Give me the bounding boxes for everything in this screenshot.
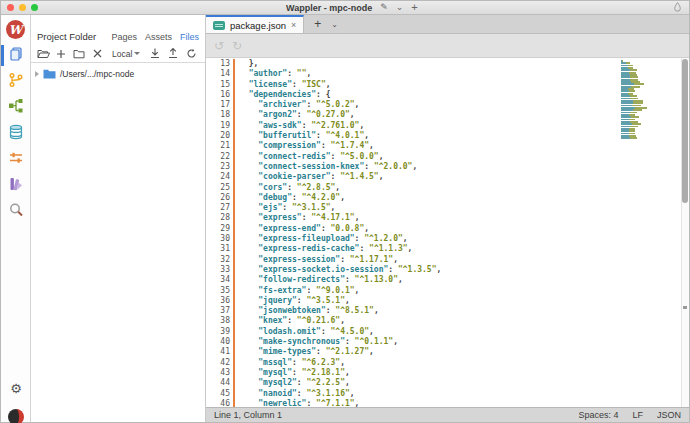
vertical-scrollbar[interactable] bbox=[681, 58, 689, 407]
language-mode[interactable]: JSON bbox=[657, 410, 681, 420]
code-line: 25 "cors": "^2.8.5", bbox=[206, 183, 681, 193]
close-window-button[interactable] bbox=[7, 4, 14, 11]
tree-item-label: /Users/.../mpc-node bbox=[60, 69, 134, 79]
download-icon[interactable] bbox=[148, 47, 162, 61]
traffic-lights bbox=[7, 4, 38, 11]
code-line: 23 "connect-session-knex": "^2.0.0", bbox=[206, 162, 681, 172]
sidebar-item-workflows[interactable] bbox=[1, 95, 31, 120]
cursor-position: Line 1, Column 1 bbox=[214, 410, 282, 420]
sidebar-item-pages[interactable] bbox=[1, 43, 31, 68]
pages-icon bbox=[8, 46, 24, 66]
sidebar-item-server-actions[interactable] bbox=[1, 147, 31, 172]
titlebar: Wappler - mpc-node ✎ ⌄ + bbox=[1, 1, 689, 15]
code-line: 40 "make-synchronous": "^0.1.1", bbox=[206, 337, 681, 347]
file-tree: /Users/.../mpc-node bbox=[31, 63, 205, 85]
code-line: 26 "debug": "^4.2.0", bbox=[206, 193, 681, 203]
code-line: 24 "cookie-parser": "^1.4.5", bbox=[206, 172, 681, 182]
indent-setting[interactable]: Spaces: 4 bbox=[578, 410, 618, 420]
sidebar-item-styles[interactable] bbox=[1, 173, 31, 198]
app-window: Wappler - mpc-node ✎ ⌄ + W bbox=[0, 0, 690, 423]
add-icon[interactable] bbox=[54, 47, 68, 61]
redo-icon[interactable]: ↻ bbox=[232, 40, 242, 52]
code-line: 30 "express-fileupload": "^1.2.0", bbox=[206, 234, 681, 244]
git-branch-icon bbox=[8, 72, 24, 92]
window-title: Wappler - mpc-node bbox=[286, 3, 372, 13]
sidebar-item-database[interactable] bbox=[1, 121, 31, 146]
code-line: 42 "mssql": "^6.2.3", bbox=[206, 358, 681, 368]
code-line: 19 "aws-sdk": "^2.761.0", bbox=[206, 121, 681, 131]
code-line: 16 "dependencies": { bbox=[206, 90, 681, 100]
tab-assets[interactable]: Assets bbox=[145, 32, 172, 42]
code-line: 33 "express-socket.io-session": "^1.3.5"… bbox=[206, 265, 681, 275]
chevron-down-icon[interactable]: ⌄ bbox=[396, 3, 404, 12]
code-line: 36 "jquery": "^3.5.1", bbox=[206, 296, 681, 306]
wappler-logo[interactable]: W bbox=[1, 17, 31, 42]
edit-pencil-icon[interactable]: ✎ bbox=[380, 3, 388, 12]
code-line: 39 "lodash.omit": "^4.5.0", bbox=[206, 327, 681, 337]
editor-tab-package-json[interactable]: package.json × bbox=[206, 15, 304, 33]
expand-chevron-icon[interactable] bbox=[35, 71, 39, 77]
refresh-icon[interactable] bbox=[184, 47, 198, 61]
scrollbar-thumb[interactable] bbox=[682, 59, 688, 203]
upload-icon[interactable] bbox=[166, 47, 180, 61]
code-line: 32 "express-session": "^1.17.1", bbox=[206, 255, 681, 265]
undo-icon[interactable]: ↺ bbox=[214, 40, 224, 52]
code-line: 38 "knex": "^0.21.6", bbox=[206, 316, 681, 326]
sidebar-item-account[interactable] bbox=[1, 402, 31, 423]
search-icon bbox=[8, 202, 24, 222]
code-line: 37 "jsonwebtoken": "^8.5.1", bbox=[206, 306, 681, 316]
styles-icon bbox=[8, 176, 24, 196]
new-folder-icon[interactable] bbox=[72, 47, 86, 61]
droplet-icon[interactable] bbox=[674, 2, 681, 12]
minimap-line bbox=[621, 137, 637, 139]
code-line: 20 "bufferutil": "^4.0.1", bbox=[206, 131, 681, 141]
code-line: 41 "mime-types": "^2.1.27", bbox=[206, 347, 681, 357]
code-line: 22 "connect-redis": "^5.0.0", bbox=[206, 152, 681, 162]
code-line: 21 "compression": "^1.7.4", bbox=[206, 141, 681, 151]
sliders-icon bbox=[8, 150, 24, 170]
code-line: 35 "fs-extra": "^9.0.1", bbox=[206, 286, 681, 296]
tab-list-chevron-icon[interactable]: ⌄ bbox=[331, 20, 338, 29]
chevron-down-icon bbox=[134, 52, 140, 55]
target-selector[interactable]: Local bbox=[112, 49, 140, 59]
project-panel: Project Folder Pages Assets Files Local bbox=[31, 15, 206, 422]
folder-icon bbox=[43, 69, 56, 79]
code-line: 27 "ejs": "^3.1.5", bbox=[206, 203, 681, 213]
tab-files[interactable]: Files bbox=[180, 32, 199, 42]
code-line: 29 "express-end": "0.0.8", bbox=[206, 224, 681, 234]
editor-toolbar: ↺ ↻ bbox=[206, 34, 689, 58]
plus-icon[interactable]: + bbox=[411, 2, 417, 13]
open-folder-icon[interactable] bbox=[36, 47, 50, 61]
code-line: 31 "express-redis-cache": "^1.1.3", bbox=[206, 244, 681, 254]
settings-gear-icon: ⚙ bbox=[10, 382, 22, 395]
database-icon bbox=[8, 124, 24, 144]
minimap[interactable] bbox=[621, 60, 651, 140]
activity-sidebar: W ⚙ bbox=[1, 15, 31, 422]
sidebar-item-git[interactable] bbox=[1, 69, 31, 94]
close-tab-icon[interactable]: × bbox=[291, 20, 296, 30]
code-line: 13 }, bbox=[206, 59, 681, 69]
code-lines: 13 },14 "author": "",15 "license": "ISC"… bbox=[206, 59, 681, 407]
json-file-icon bbox=[213, 21, 225, 30]
minimize-window-button[interactable] bbox=[19, 4, 26, 11]
panel-title: Project Folder bbox=[37, 31, 96, 42]
code-line: 17 "archiver": "^5.0.2", bbox=[206, 100, 681, 110]
tab-pages[interactable]: Pages bbox=[111, 32, 137, 42]
code-line: 46 "newrelic": "^7.1.1", bbox=[206, 399, 681, 407]
scrollbar-marker bbox=[683, 306, 687, 309]
editor-pane: package.json × + ⌄ ↺ ↻ 13 },14 "author":… bbox=[206, 15, 689, 422]
code-line: 28 "express": "^4.17.1", bbox=[206, 213, 681, 223]
code-line: 14 "author": "", bbox=[206, 69, 681, 79]
delete-icon[interactable] bbox=[90, 47, 104, 61]
code-editor[interactable]: 13 },14 "author": "",15 "license": "ISC"… bbox=[206, 58, 689, 407]
new-tab-button[interactable]: + bbox=[314, 17, 321, 31]
sidebar-item-search[interactable] bbox=[1, 199, 31, 224]
eol-setting[interactable]: LF bbox=[632, 410, 643, 420]
editor-tabbar: package.json × + ⌄ bbox=[206, 15, 689, 34]
code-line: 45 "nanoid": "^3.1.16", bbox=[206, 389, 681, 399]
code-line: 34 "follow-redirects": "^1.13.0", bbox=[206, 275, 681, 285]
zoom-window-button[interactable] bbox=[31, 4, 38, 11]
code-line: 43 "mysql": "^2.18.1", bbox=[206, 368, 681, 378]
sidebar-item-settings[interactable]: ⚙ bbox=[1, 376, 31, 401]
tree-item-project-root[interactable]: /Users/.../mpc-node bbox=[35, 69, 201, 79]
